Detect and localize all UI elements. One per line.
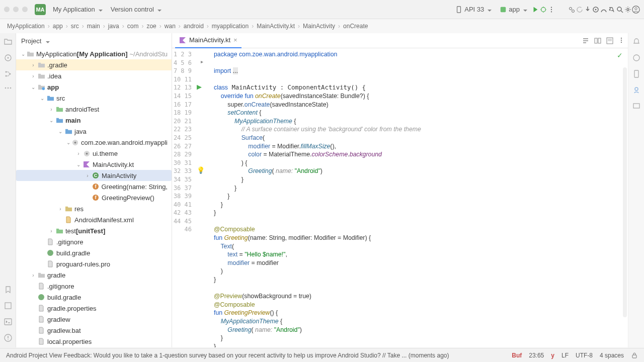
settings-icon[interactable] bbox=[624, 6, 632, 14]
soft-wrap-icon[interactable] bbox=[582, 37, 590, 45]
gradle-icon[interactable] bbox=[632, 53, 641, 62]
minimize-window[interactable] bbox=[13, 7, 19, 12]
tree-row[interactable]: .gitignore bbox=[16, 281, 172, 292]
structure-icon[interactable] bbox=[4, 69, 13, 78]
file-icon bbox=[46, 238, 54, 246]
intention-bulb-icon[interactable]: 💡 bbox=[197, 166, 205, 174]
tree-row[interactable]: ›.gradle bbox=[16, 59, 172, 70]
running-devices-icon[interactable] bbox=[632, 85, 641, 95]
tree-row[interactable]: ›test [unitTest] bbox=[16, 225, 172, 236]
notifications-icon[interactable] bbox=[632, 37, 641, 46]
tree-row[interactable]: ›res bbox=[16, 203, 172, 214]
tab-mainactivity[interactable]: MainActivity.kt × bbox=[175, 33, 242, 48]
build-icon[interactable] bbox=[592, 6, 600, 14]
editor-area: MainActivity.kt × ✓ 1 2 3 4 5 6 7 8 9 10… bbox=[172, 33, 628, 347]
breadcrumb-item[interactable]: MainActivity bbox=[303, 23, 335, 30]
tree-row[interactable]: proguard-rules.pro bbox=[16, 258, 172, 269]
reader-mode-icon[interactable] bbox=[594, 37, 602, 45]
project-tree[interactable]: ⌄MyApplication [My Application]~/Android… bbox=[16, 48, 172, 347]
terminal-icon[interactable] bbox=[4, 317, 13, 326]
svg-point-9 bbox=[595, 9, 597, 10]
tree-row[interactable]: build.gradle bbox=[16, 247, 172, 258]
run-icon[interactable] bbox=[531, 6, 539, 14]
ai-icon[interactable] bbox=[600, 6, 608, 14]
build-variants-icon[interactable] bbox=[4, 301, 13, 310]
breadcrumb-item[interactable]: main bbox=[87, 23, 100, 30]
emulator-icon[interactable] bbox=[632, 102, 641, 111]
more-tools-icon[interactable] bbox=[4, 86, 13, 96]
status-message[interactable]: Android Project View Feedback: Would you… bbox=[6, 352, 505, 359]
resource-manager-icon[interactable] bbox=[4, 53, 13, 62]
close-tab-icon[interactable]: × bbox=[233, 36, 237, 44]
breadcrumb-item[interactable]: myapplication bbox=[212, 23, 249, 30]
tree-row[interactable]: gradle.properties bbox=[16, 303, 172, 314]
encoding[interactable]: UTF-8 bbox=[576, 352, 593, 359]
breadcrumb-item[interactable]: MyApplication bbox=[7, 23, 45, 30]
tree-row[interactable]: ⌄main bbox=[16, 115, 172, 126]
svg-point-5 bbox=[551, 11, 552, 12]
tree-row[interactable]: gradlew.bat bbox=[16, 325, 172, 336]
breadcrumb-item[interactable]: com bbox=[127, 23, 139, 30]
y-indicator[interactable]: y bbox=[551, 352, 554, 359]
breadcrumb-item[interactable]: zoe bbox=[146, 23, 156, 30]
tree-row[interactable]: fGreeting(name: String, bbox=[16, 181, 172, 192]
tree-row[interactable]: ›ui.theme bbox=[16, 148, 172, 159]
tree-row[interactable]: ⌄com.zoe.wan.android.myappli bbox=[16, 137, 172, 148]
more-icon[interactable] bbox=[547, 6, 555, 14]
close-window[interactable] bbox=[4, 7, 10, 12]
tree-row[interactable]: ⌄app bbox=[16, 81, 172, 93]
reload-icon[interactable] bbox=[576, 6, 584, 14]
project-panel-header[interactable]: Project bbox=[16, 33, 172, 48]
vcs-dropdown[interactable]: Version control bbox=[107, 4, 166, 15]
device-selector[interactable]: API 33 bbox=[451, 4, 496, 15]
problems-icon[interactable] bbox=[4, 333, 13, 342]
tree-row[interactable]: ›.idea bbox=[16, 70, 172, 81]
run-config-selector[interactable]: app bbox=[496, 4, 531, 15]
tab-more-icon[interactable] bbox=[618, 37, 625, 45]
search-icon[interactable] bbox=[616, 6, 624, 14]
tree-row[interactable]: ⌄MyApplication [My Application]~/Android… bbox=[16, 48, 172, 59]
tree-row[interactable]: build.gradle bbox=[16, 292, 172, 303]
translate-icon[interactable] bbox=[608, 6, 616, 14]
tree-row[interactable]: AndroidManifest.xml bbox=[16, 214, 172, 225]
tree-row[interactable]: local.properties bbox=[16, 336, 172, 347]
breadcrumb-item[interactable]: android bbox=[184, 23, 204, 30]
device-manager-icon[interactable] bbox=[632, 69, 641, 78]
tree-row[interactable]: ⌄java bbox=[16, 126, 172, 137]
tree-row[interactable]: .gitignore bbox=[16, 236, 172, 247]
svg-point-11 bbox=[627, 9, 629, 11]
breadcrumb-item[interactable]: app bbox=[53, 23, 63, 30]
preview-icon[interactable] bbox=[606, 37, 614, 45]
breadcrumb-item[interactable]: wan bbox=[165, 23, 176, 30]
breadcrumb-item[interactable]: src bbox=[71, 23, 79, 30]
editor-scrollbar[interactable] bbox=[623, 67, 627, 317]
breadcrumb-item[interactable]: onCreate bbox=[343, 23, 368, 30]
editor[interactable]: ✓ 1 2 3 4 5 6 7 8 9 10 11 12 13 14 15 16… bbox=[172, 48, 628, 347]
tree-row[interactable]: fGreetingPreview() bbox=[16, 192, 172, 203]
tree-row[interactable]: ›androidTest bbox=[16, 104, 172, 115]
project-tool-icon[interactable] bbox=[4, 37, 13, 46]
tree-row[interactable]: ⌄src bbox=[16, 93, 172, 104]
zoom-window[interactable] bbox=[22, 7, 28, 12]
tree-row[interactable]: ⌄MainActivity.kt bbox=[16, 159, 172, 170]
account-icon[interactable] bbox=[632, 6, 640, 14]
buf-indicator[interactable]: Buf bbox=[512, 352, 522, 359]
line-sep[interactable]: LF bbox=[561, 352, 569, 359]
updates-icon[interactable] bbox=[584, 6, 592, 14]
indent[interactable]: 4 spaces bbox=[600, 352, 624, 359]
readonly-icon[interactable] bbox=[631, 352, 638, 359]
tree-row[interactable]: ›gradle bbox=[16, 269, 172, 281]
run-gutter-icon[interactable]: ▶ bbox=[197, 83, 202, 90]
debug-icon[interactable] bbox=[539, 6, 547, 14]
svg-rect-49 bbox=[632, 355, 636, 358]
breadcrumb-item[interactable]: java bbox=[108, 23, 119, 30]
fold-icon[interactable]: ▸ bbox=[201, 59, 203, 64]
code-with-me-icon[interactable] bbox=[568, 6, 576, 14]
breadcrumb-item[interactable]: MainActivity.kt bbox=[257, 23, 295, 30]
code-content[interactable]: package com.zoe.wan.android.myapplicatio… bbox=[210, 48, 628, 347]
project-dropdown[interactable]: My Application bbox=[49, 4, 107, 15]
tree-row[interactable]: ›CMainActivity bbox=[16, 170, 172, 181]
bookmarks-icon[interactable] bbox=[4, 285, 13, 294]
tree-row[interactable]: gradlew bbox=[16, 314, 172, 325]
caret-position[interactable]: 23:65 bbox=[529, 352, 544, 359]
